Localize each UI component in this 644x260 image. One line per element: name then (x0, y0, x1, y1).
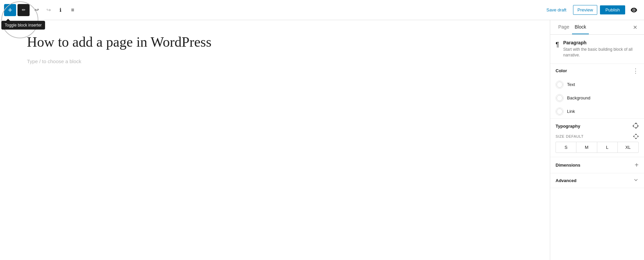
block-title: Paragraph (563, 40, 639, 45)
info-button[interactable]: ℹ (55, 5, 66, 15)
toolbar-left: + ✏ ↩ ↪ ℹ ≡ (4, 4, 78, 16)
close-sidebar-button[interactable]: ✕ (632, 23, 639, 32)
block-header: ¶ Paragraph Start with the basic buildin… (550, 35, 644, 64)
advanced-header[interactable]: Advanced (550, 173, 644, 188)
link-color-row[interactable]: Link (550, 105, 644, 118)
link-color-swatch (557, 109, 563, 115)
advanced-title: Advanced (556, 178, 576, 183)
info-icon: ℹ (60, 7, 62, 13)
link-color-label: Link (567, 109, 575, 114)
gear-icon (631, 7, 637, 13)
redo-icon: ↪ (46, 7, 51, 13)
tools-button[interactable]: ✏ (17, 4, 30, 16)
size-label: SIZE (556, 134, 565, 138)
background-color-circle[interactable] (556, 94, 564, 102)
pencil-icon: ✏ (22, 7, 26, 12)
toolbar-right: Save draft Preview Publish (542, 4, 640, 16)
advanced-section: Advanced (550, 173, 644, 188)
typography-section-title: Typography (556, 124, 580, 129)
dimensions-title: Dimensions (556, 163, 580, 168)
plus-icon: + (8, 6, 12, 14)
size-adjust-icon (633, 123, 639, 129)
undo-button[interactable]: ↩ (31, 5, 42, 15)
color-section-title: Color (556, 68, 567, 73)
paragraph-icon: ¶ (556, 40, 559, 48)
redo-button[interactable]: ↪ (43, 5, 54, 15)
text-color-circle[interactable] (556, 81, 564, 89)
list-view-icon: ≡ (71, 7, 74, 13)
size-buttons: S M L XL (556, 142, 639, 153)
size-s-button[interactable]: S (556, 142, 576, 153)
inserter-tooltip: Toggle block inserter (1, 21, 45, 30)
size-row: SIZE DEFAULT (556, 134, 639, 139)
size-label-group: SIZE DEFAULT (556, 134, 583, 138)
color-section: Color ⋮ Text Background Link (550, 64, 644, 119)
toggle-block-inserter-button[interactable]: + (4, 4, 16, 16)
advanced-chevron-icon (633, 177, 639, 184)
typography-section: Typography SIZE DEFAULT (550, 119, 644, 157)
background-color-swatch (557, 95, 563, 101)
color-section-header[interactable]: Color ⋮ (550, 64, 644, 78)
typography-more-icon[interactable] (633, 123, 639, 130)
block-description: Start with the basic building block of a… (563, 47, 639, 58)
size-xl-button[interactable]: XL (618, 142, 638, 153)
chevron-down-icon (633, 177, 639, 183)
block-info: Paragraph Start with the basic building … (563, 40, 639, 58)
tab-page[interactable]: Page (556, 20, 572, 34)
text-color-row[interactable]: Text (550, 78, 644, 91)
link-color-circle[interactable] (556, 107, 564, 116)
save-draft-button[interactable]: Save draft (542, 5, 570, 14)
background-color-label: Background (567, 95, 590, 100)
typography-body: SIZE DEFAULT S M L XL (550, 134, 644, 157)
tab-block[interactable]: Block (572, 20, 589, 34)
publish-button[interactable]: Publish (600, 5, 625, 14)
size-m-button[interactable]: M (576, 142, 597, 153)
main-layout: How to add a page in WordPress Type / to… (0, 20, 644, 260)
settings-button[interactable] (628, 4, 640, 16)
text-color-label: Text (567, 82, 575, 87)
background-color-row[interactable]: Background (550, 91, 644, 105)
main-toolbar: + ✏ ↩ ↪ ℹ ≡ Save draft Preview Publish (0, 0, 644, 20)
color-more-icon[interactable]: ⋮ (633, 68, 639, 74)
size-adjust-button[interactable] (633, 134, 639, 139)
list-view-button[interactable]: ≡ (67, 5, 78, 15)
typography-section-header[interactable]: Typography (550, 119, 644, 134)
block-placeholder[interactable]: Type / to choose a block (27, 58, 523, 64)
size-default-label: DEFAULT (566, 134, 584, 138)
preview-button[interactable]: Preview (573, 5, 597, 15)
size-l-button[interactable]: L (597, 142, 618, 153)
editor-area[interactable]: How to add a page in WordPress Type / to… (0, 20, 550, 260)
sidebar-tabs: Page Block ✕ (550, 20, 644, 35)
dimensions-add-button[interactable]: + (635, 161, 639, 169)
dimensions-header[interactable]: Dimensions + (550, 157, 644, 173)
undo-icon: ↩ (34, 7, 39, 13)
size-adjust-arrows-icon (633, 134, 639, 139)
dimensions-section: Dimensions + (550, 157, 644, 173)
sidebar: Page Block ✕ ¶ Paragraph Start with the … (550, 20, 644, 260)
page-title: How to add a page in WordPress (27, 34, 523, 50)
text-color-swatch (557, 82, 563, 88)
